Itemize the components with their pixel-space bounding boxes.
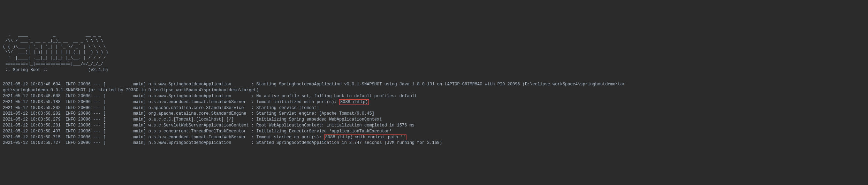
log-logger: org.apache.catalina.core.StandardEngine xyxy=(149,111,249,116)
log-entry: 2021-05-12 10:03:50.281 INFO 20096 --- [… xyxy=(3,123,865,129)
log-logger: o.s.b.w.embedded.tomcat.TomcatWebServer xyxy=(149,135,249,140)
banner-line: ' |____| .__|_| |_|_| |_\__, | / / / / xyxy=(3,56,106,61)
log-entry: 2021-05-12 10:03:50.202 INFO 20096 --- [… xyxy=(3,111,865,117)
log-logger: w.s.c.ServletWebServerApplicationContext xyxy=(149,123,249,128)
log-timestamp: 2021-05-12 10:03:50.188 xyxy=(3,100,61,105)
log-message: : Started SpringbootdemoApplication in 2… xyxy=(251,140,442,145)
log-thread: [ main] xyxy=(103,106,146,110)
log-thread: [ main] xyxy=(103,129,146,134)
log-message-prefix: : Tomcat initialized with port(s): xyxy=(251,100,339,105)
log-timestamp: 2021-05-12 10:03:50.727 xyxy=(3,140,61,145)
log-message: : Starting service [Tomcat] xyxy=(251,106,319,110)
banner-line: ( ( )\___ | '_ | '_| | '_ \/ _` | \ \ \ … xyxy=(3,44,106,49)
highlighted-port: 8088 (http) xyxy=(339,99,369,105)
log-timestamp: 2021-05-12 10:03:50.281 xyxy=(3,123,61,128)
log-entry: 2021-05-12 10:03:50.202 INFO 20096 --- [… xyxy=(3,105,865,111)
log-level: INFO xyxy=(66,123,76,128)
spring-boot-banner: . ____ _ __ _ _ /\\ / ___'_ __ _ _(_)_ _… xyxy=(3,26,865,73)
log-message: : Starting Servlet engine: [Apache Tomca… xyxy=(251,111,374,116)
banner-version-line: :: Spring Boot :: (v2.4.5) xyxy=(3,68,108,72)
log-entry: 2021-05-12 10:03:48.608 INFO 20096 --- [… xyxy=(3,93,865,99)
console-log-output[interactable]: 2021-05-12 10:03:48.604 INFO 20096 --- [… xyxy=(3,82,865,146)
log-thread: [ main] xyxy=(103,111,146,116)
log-timestamp: 2021-05-12 10:03:50.202 xyxy=(3,106,61,110)
log-message: : No active profile set, falling back to… xyxy=(251,94,417,99)
log-sep: --- xyxy=(93,94,101,99)
log-sep: --- xyxy=(93,140,101,145)
log-entry: 2021-05-12 10:03:50.727 INFO 20096 --- [… xyxy=(3,140,865,146)
log-logger: n.b.www.SpringbootdemoApplication xyxy=(149,94,249,99)
log-level: INFO xyxy=(66,111,76,116)
log-timestamp: 2021-05-12 10:03:50.202 xyxy=(3,111,61,116)
log-timestamp: 2021-05-12 10:03:50.715 xyxy=(3,135,61,140)
log-timestamp: 2021-05-12 10:03:48.608 xyxy=(3,94,61,99)
log-thread: [ main] xyxy=(103,100,146,105)
log-thread: [ main] xyxy=(103,123,146,128)
log-sep: --- xyxy=(93,129,101,134)
log-thread: [ main] xyxy=(103,135,146,140)
highlighted-port-context: 8088 (http) with context path '' xyxy=(324,134,406,140)
log-level: INFO xyxy=(66,129,76,134)
log-sep: --- xyxy=(93,106,101,110)
log-logger: o.s.s.concurrent.ThreadPoolTaskExecutor xyxy=(149,129,249,134)
log-pid: 20096 xyxy=(78,129,91,134)
log-level: INFO xyxy=(66,94,76,99)
log-message: : Initializing ExecutorService 'applicat… xyxy=(251,129,392,134)
log-sep: --- xyxy=(93,135,101,140)
log-sep: --- xyxy=(93,82,101,87)
log-pid: 20096 xyxy=(78,106,91,110)
log-sep: --- xyxy=(93,100,101,105)
log-level: INFO xyxy=(66,140,76,145)
banner-line: =========|_|==============|___/=/_/_/_/ xyxy=(3,62,103,67)
log-message-prefix: : Tomcat started on port(s): xyxy=(251,135,324,140)
log-entry: 2021-05-12 10:03:50.497 INFO 20096 --- [… xyxy=(3,129,865,134)
log-entry: 2021-05-12 10:03:50.715 INFO 20096 --- [… xyxy=(3,134,865,140)
log-pid: 20096 xyxy=(78,100,91,105)
banner-line: /\\ / ___'_ __ _ _(_)_ __ __ _ \ \ \ \ xyxy=(3,38,103,43)
log-thread: [ main] xyxy=(103,140,146,145)
log-pid: 20096 xyxy=(78,135,91,140)
log-thread: [ main] xyxy=(103,117,146,122)
log-logger: o.a.c.c.C.[Tomcat].[localhost].[/] xyxy=(149,117,249,122)
log-logger: o.apache.catalina.core.StandardService xyxy=(149,106,249,110)
log-logger: n.b.www.SpringbootdemoApplication xyxy=(149,82,249,87)
log-thread: [ main] xyxy=(103,82,146,87)
log-sep: --- xyxy=(93,111,101,116)
log-sep: --- xyxy=(93,123,101,128)
log-timestamp: 2021-05-12 10:03:50.497 xyxy=(3,129,61,134)
log-sep: --- xyxy=(93,117,101,122)
log-entry: 2021-05-12 10:03:50.188 INFO 20096 --- [… xyxy=(3,99,865,105)
log-logger: o.s.b.w.embedded.tomcat.TomcatWebServer xyxy=(149,100,249,105)
log-pid: 20096 xyxy=(78,123,91,128)
log-thread: [ main] xyxy=(103,94,146,99)
log-continuation: get\springbootdemo-0.0.1-SNAPSHOT.jar st… xyxy=(3,87,865,93)
log-level: INFO xyxy=(66,106,76,110)
log-pid: 20096 xyxy=(78,140,91,145)
log-entry: 2021-05-12 10:03:50.279 INFO 20096 --- [… xyxy=(3,117,865,123)
log-level: INFO xyxy=(66,100,76,105)
log-entry: 2021-05-12 10:03:48.604 INFO 20096 --- [… xyxy=(3,82,865,87)
banner-line: \\/ ___)| |_)| | | | | || (_| | ) ) ) ) xyxy=(3,50,108,55)
log-pid: 20096 xyxy=(78,117,91,122)
log-pid: 20096 xyxy=(78,82,91,87)
log-pid: 20096 xyxy=(78,94,91,99)
log-level: INFO xyxy=(66,82,76,87)
log-timestamp: 2021-05-12 10:03:48.604 xyxy=(3,82,61,87)
log-message: : Initializing Spring embedded WebApplic… xyxy=(251,117,382,122)
log-level: INFO xyxy=(66,135,76,140)
log-level: INFO xyxy=(66,117,76,122)
log-message: : Starting SpringbootdemoApplication v0.… xyxy=(251,82,625,87)
log-timestamp: 2021-05-12 10:03:50.279 xyxy=(3,117,61,122)
log-logger: n.b.www.SpringbootdemoApplication xyxy=(149,140,249,145)
banner-line: . ____ _ __ _ _ xyxy=(3,32,101,37)
log-message: : Root WebApplicationContext: initializa… xyxy=(251,123,414,128)
log-pid: 20096 xyxy=(78,111,91,116)
